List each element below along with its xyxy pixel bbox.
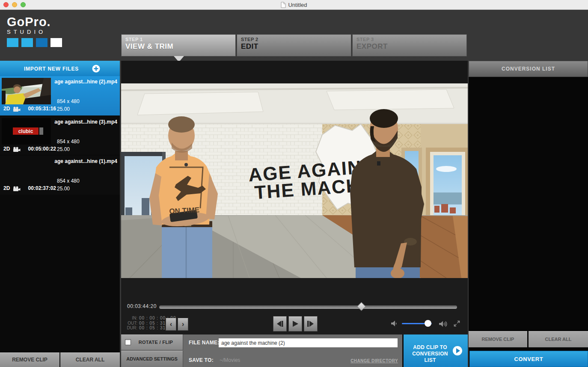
plus-icon[interactable] xyxy=(92,65,100,73)
import-new-files-button[interactable]: IMPORT NEW FILES xyxy=(0,61,120,77)
document-icon xyxy=(281,2,286,8)
volume-high-icon[interactable] xyxy=(439,320,447,328)
import-sidebar: IMPORT NEW FILES xyxy=(0,61,120,367)
clip-name: age against...hine (3).mp4 xyxy=(54,119,117,125)
logo-square-4 xyxy=(50,38,62,47)
tab-step-number: STEP 1 xyxy=(125,37,235,42)
remove-clip-button[interactable]: REMOVE CLIP xyxy=(0,352,59,367)
clip-mode: 2D xyxy=(3,146,10,152)
video-preview[interactable]: AGE AGAINST THE MACHINE xyxy=(121,83,468,278)
add-clip-label-line2: CONVERSION LIST xyxy=(406,351,454,364)
current-timecode: 00:03:44:20 xyxy=(127,303,157,309)
tab-step-number: STEP 2 xyxy=(241,37,351,42)
advanced-settings-button[interactable]: ADVANCED SETTINGS xyxy=(121,351,183,367)
camera-icon xyxy=(13,147,21,152)
tab-view-trim[interactable]: STEP 1 VIEW & TRIM xyxy=(121,34,236,56)
preview-stage: AGE AGAINST THE MACHINE xyxy=(121,61,468,367)
clip-fps: 25.00 xyxy=(57,106,70,112)
clip-resolution: 854 x 480 xyxy=(57,178,80,184)
clip-resolution: 854 x 480 xyxy=(57,139,80,145)
file-name-input[interactable] xyxy=(219,338,398,347)
gopro-logo: GoPro. STUDIO xyxy=(7,15,62,47)
clip-name: age against...hine (2).mp4 xyxy=(54,79,117,85)
clip-fps: 25.00 xyxy=(57,186,70,192)
clip-duration: 00:05:31:16 xyxy=(28,106,56,112)
camera-icon xyxy=(13,186,21,192)
step-back-button[interactable] xyxy=(273,316,287,331)
gopro-studio-window: Untitled GoPro. STUDIO STEP 1 VIEW & TRI… xyxy=(0,0,588,367)
video-shirt-text: ON TIME xyxy=(169,206,200,216)
rotate-flip-checkbox[interactable] xyxy=(125,339,131,345)
play-button[interactable] xyxy=(288,316,302,331)
titlebar: Untitled xyxy=(0,0,588,10)
add-clip-label-line1: ADD CLIP TO xyxy=(406,344,454,351)
step-tabs: STEP 1 VIEW & TRIM STEP 2 EDIT STEP 3 EX… xyxy=(121,34,467,56)
clip-duration: 00:05:00:22 xyxy=(28,146,56,152)
clip-mode: 2D xyxy=(3,106,10,112)
conversion-remove-clip-button[interactable]: REMOVE CLIP xyxy=(469,331,527,347)
conversion-panel: CONVERSION LIST REMOVE CLIP CLEAR ALL CO… xyxy=(469,61,588,367)
camera-icon xyxy=(13,107,21,112)
clip-row-1[interactable]: age against...hine (2).mp4 854 x 480 25.… xyxy=(0,76,120,115)
logo-square-2 xyxy=(21,38,33,47)
add-clip-play-icon xyxy=(453,346,462,355)
tab-step-label: EXPORT xyxy=(356,42,466,51)
change-directory-link[interactable]: CHANGE DIRECTORY xyxy=(350,358,398,363)
tab-step-label: VIEW & TRIM xyxy=(125,42,235,51)
clip-resolution: 854 x 480 xyxy=(57,98,80,104)
logo-brand: GoPro. xyxy=(7,15,62,28)
clip-fps: 25.00 xyxy=(57,146,70,152)
conversion-list-header: CONVERSION LIST xyxy=(469,61,588,77)
in-label: IN: xyxy=(125,316,137,321)
clip-row-3[interactable]: age against...hine (1).mp4 854 x 480 25.… xyxy=(0,156,120,195)
add-clip-to-conversion-list-button[interactable]: ADD CLIP TO CONVERSION LIST xyxy=(402,334,468,367)
logo-square-1 xyxy=(7,38,18,47)
transport-controls xyxy=(273,316,318,331)
step-forward-button[interactable] xyxy=(304,316,318,331)
clear-all-button[interactable]: CLEAR ALL xyxy=(60,352,120,367)
volume-low-icon[interactable] xyxy=(391,320,398,327)
tab-edit[interactable]: STEP 2 EDIT xyxy=(237,34,351,56)
logo-sub: STUDIO xyxy=(7,29,62,35)
window-title: Untitled xyxy=(288,2,307,8)
clip-duration: 00:02:37:02 xyxy=(28,185,56,191)
save-to-value: ~/Movies xyxy=(220,357,240,363)
scrubber-track[interactable] xyxy=(159,305,457,309)
mark-in-button[interactable]: ‹ xyxy=(166,318,176,331)
fullscreen-icon[interactable] xyxy=(454,320,460,327)
clubic-thumbnail-art: clubic xyxy=(2,118,51,145)
tab-export[interactable]: STEP 3 EXPORT xyxy=(352,34,467,56)
clip-name: age against...hine (1).mp4 xyxy=(54,158,117,164)
rotate-flip-label: ROTATE / FLIP xyxy=(139,340,173,345)
step-forward-icon xyxy=(307,320,315,327)
driving-thumbnail-art xyxy=(2,78,51,104)
tab-step-number: STEP 3 xyxy=(356,37,466,42)
rotate-flip-button[interactable]: ROTATE / FLIP xyxy=(121,334,183,350)
logo-squares xyxy=(7,38,62,47)
logo-square-3 xyxy=(36,38,48,47)
import-header-label: IMPORT NEW FILES xyxy=(0,61,103,77)
convert-button[interactable]: CONVERT xyxy=(469,351,588,367)
volume-knob[interactable] xyxy=(425,320,431,327)
clip-row-2[interactable]: clubic age against...hine (3).mp4 854 x … xyxy=(0,116,120,155)
dur-label: DUR: xyxy=(125,326,137,331)
conversion-clear-all-button[interactable]: CLEAR ALL xyxy=(529,331,588,347)
clip-thumbnail: clubic xyxy=(2,118,51,145)
output-settings-panel: ROTATE / FLIP ADVANCED SETTINGS FILE NAM… xyxy=(121,334,402,367)
out-label: OUT: xyxy=(125,321,137,326)
clip-mode: 2D xyxy=(3,185,10,191)
svg-text:clubic: clubic xyxy=(18,128,33,134)
file-name-label: FILE NAME: xyxy=(189,340,220,346)
play-icon xyxy=(292,320,299,327)
mark-out-button[interactable]: › xyxy=(178,318,188,331)
tab-step-label: EDIT xyxy=(241,42,351,51)
save-to-label: SAVE TO: xyxy=(189,357,214,363)
step-back-icon xyxy=(276,320,284,327)
clip-thumbnail xyxy=(2,78,51,104)
